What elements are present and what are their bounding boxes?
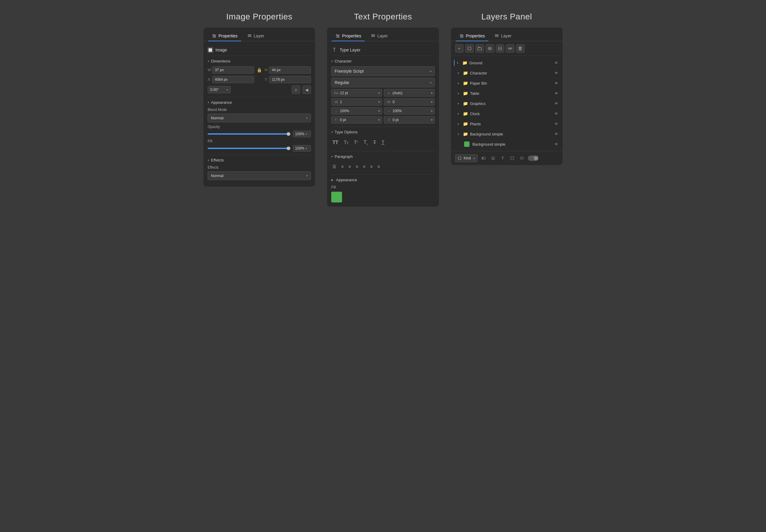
opacity-value[interactable]: 100% ▾ <box>293 131 311 137</box>
svg-rect-23 <box>495 34 499 35</box>
font-family-dropdown[interactable]: Freestyle Script ▾ <box>331 66 435 76</box>
fx-btn[interactable] <box>486 44 494 53</box>
blend-mode-dropdown[interactable]: Normal ▾ <box>208 114 311 122</box>
effects-dropdown[interactable]: Normal ▾ <box>208 171 311 180</box>
align-justify-all[interactable]: ≡ <box>376 164 381 170</box>
dimensions-label: Dimentions <box>211 59 230 63</box>
tab-image-properties[interactable]: Properties <box>208 31 241 41</box>
link-btn[interactable] <box>506 44 514 53</box>
add-layer-btn[interactable]: + <box>455 44 464 53</box>
delete-layer-btn[interactable]: 🗑 <box>516 44 525 53</box>
align-justify[interactable]: ≡ <box>354 164 359 170</box>
tab-layers-properties[interactable]: Properties <box>456 31 489 41</box>
baseline-grid: T↑ ▾ ↕T ▾ <box>331 116 435 124</box>
filter-pixel-btn[interactable] <box>480 155 487 162</box>
baseline-input[interactable] <box>340 118 377 122</box>
font-style-dropdown[interactable]: Regular ▾ <box>331 78 435 87</box>
tab-layers-layer[interactable]: Layer <box>491 31 515 41</box>
layer-item-character[interactable]: ▾ 📁 Character 👁 <box>451 68 563 78</box>
plants-chevron: ▾ <box>458 122 461 126</box>
y-input[interactable] <box>269 76 311 83</box>
horiz-scale-input[interactable] <box>393 109 430 113</box>
align-justify-last-center[interactable]: ≡ <box>369 164 374 170</box>
rotation-input[interactable] <box>210 88 225 92</box>
filter-toggle[interactable] <box>528 156 539 161</box>
rotation-chevron: ▾ <box>226 88 228 92</box>
flip-h-btn[interactable]: ⚠ <box>292 86 300 94</box>
tracking-icon: VA <box>333 100 339 104</box>
character-name: Character <box>470 71 552 75</box>
space-after-field: ↕T ▾ <box>384 116 435 124</box>
clock-visibility[interactable]: 👁 <box>554 111 560 117</box>
filter-type-btn[interactable]: T <box>499 155 506 162</box>
align-justify-last-left[interactable]: ≡ <box>362 164 366 170</box>
ground-visibility[interactable]: 👁 <box>554 60 560 66</box>
layer-item-graphics[interactable]: ▾ 📁 Graphics 👁 <box>451 98 563 109</box>
type-opt-sub[interactable]: T1 <box>362 139 369 146</box>
svg-rect-18 <box>460 37 464 38</box>
layer-item-clock[interactable]: ▾ 📁 Clock 👁 <box>451 109 563 119</box>
bg-layer-visibility[interactable]: 👁 <box>554 141 560 147</box>
space-after-input[interactable] <box>393 118 430 122</box>
lock-icon[interactable]: 🔒 <box>256 67 262 73</box>
paper-bin-visibility[interactable]: 👁 <box>554 80 560 86</box>
kind-dropdown[interactable]: Kind ▾ <box>455 154 478 162</box>
character-folder-icon: 📁 <box>463 70 468 76</box>
folder-layer-btn[interactable] <box>476 44 484 53</box>
graphics-visibility[interactable]: 👁 <box>554 100 560 106</box>
svg-rect-22 <box>495 36 499 37</box>
font-size-input[interactable] <box>340 91 377 95</box>
paragraph-align-row: ☰ ≡ ≡ ≡ ≡ ≡ ≡ <box>331 162 435 171</box>
type-opt-strike[interactable]: T <box>372 139 377 146</box>
layer-item-plants[interactable]: ▾ 📁 Plants 👁 <box>451 119 563 129</box>
character-visibility[interactable]: 👁 <box>554 70 560 76</box>
type-opt-tf[interactable]: Tт <box>342 139 350 146</box>
height-input[interactable] <box>269 66 311 74</box>
vert-scale-input[interactable] <box>340 109 377 113</box>
tab-image-layer[interactable]: Layer <box>243 31 268 41</box>
type-opt-sup[interactable]: T1 <box>353 139 359 146</box>
flip-v-btn[interactable]: ◀ <box>302 86 311 94</box>
font-size-icon: AA <box>333 91 339 95</box>
layer-item-table[interactable]: ▾ 📁 Table 👁 <box>451 88 563 98</box>
graphics-name: Graphics <box>470 101 552 106</box>
align-right[interactable]: ≡ <box>347 164 352 170</box>
size-leading-grid: AA ▾ ≡ ▾ <box>331 89 435 97</box>
type-layer-icon: T <box>331 47 337 53</box>
kerning-input[interactable] <box>393 100 430 104</box>
filter-shape-btn[interactable] <box>509 155 516 162</box>
table-visibility[interactable]: 👁 <box>554 90 560 96</box>
bg-folder-visibility[interactable]: 👁 <box>554 131 560 137</box>
plants-visibility[interactable]: 👁 <box>554 121 560 127</box>
fill-value[interactable]: 100% ▾ <box>293 145 311 152</box>
filter-smart-btn[interactable] <box>518 155 526 162</box>
plants-name: Plants <box>470 122 552 126</box>
type-opt-underline[interactable]: T <box>380 139 386 146</box>
align-center[interactable]: ≡ <box>340 164 345 170</box>
fill-slider[interactable] <box>208 148 290 149</box>
effects-chevron: ▾ <box>208 158 209 162</box>
fill-color-swatch[interactable] <box>331 192 342 202</box>
type-opt-tt[interactable]: TT <box>331 139 339 146</box>
width-input[interactable] <box>212 66 254 74</box>
tab-text-props-label: Properties <box>342 33 361 38</box>
layer-item-ground[interactable]: ▾ 📁 Ground 👁 <box>451 58 563 68</box>
align-left[interactable]: ☰ <box>331 164 337 170</box>
layer-item-bg-folder[interactable]: ▾ 📁 Background simple 👁 <box>451 129 563 139</box>
opacity-slider[interactable] <box>208 133 290 135</box>
clip-btn[interactable] <box>496 44 504 53</box>
tab-text-layer[interactable]: Layer <box>367 31 392 41</box>
x-input[interactable] <box>212 76 254 83</box>
layer-item-paper-bin[interactable]: ▾ 📁 Paper Bin 👁 <box>451 78 563 88</box>
space-after-icon: ↕T <box>386 118 392 122</box>
layers-tabs: Properties Layer <box>451 28 563 41</box>
layer-item-bg-layer[interactable]: Background simple 👁 <box>451 139 563 149</box>
text-tabs: Properties Layer <box>327 28 439 41</box>
filter-adj-btn[interactable] <box>490 155 497 162</box>
svg-rect-2 <box>212 37 216 38</box>
shape-layer-btn[interactable] <box>465 44 474 53</box>
image-panel-body: ⬜ Image ▾ Dimentions W 🔒 H <box>203 41 315 187</box>
leading-input[interactable] <box>393 91 430 95</box>
tab-text-properties[interactable]: Properties <box>332 31 365 41</box>
tracking-input[interactable] <box>340 100 377 104</box>
